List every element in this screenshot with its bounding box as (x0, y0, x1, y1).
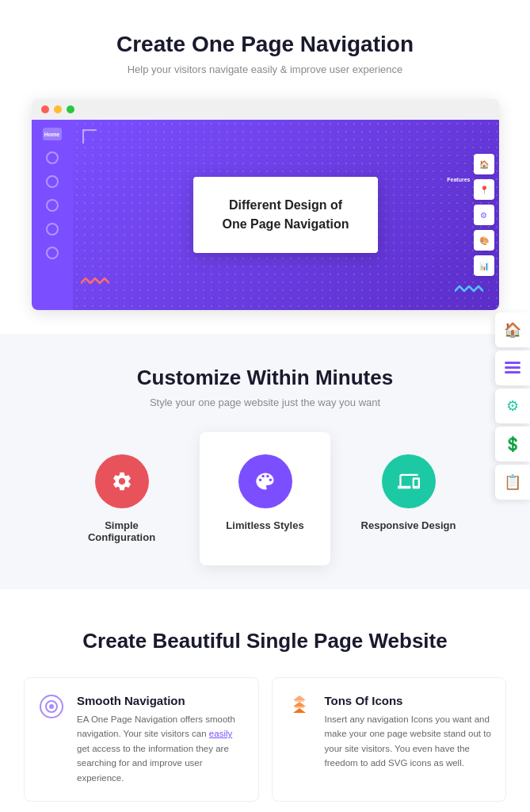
customize-subtitle: Style your one page website just the way… (24, 396, 506, 408)
svg-point-5 (49, 704, 54, 709)
home-label: Home (44, 132, 59, 137)
tons-icons-title: Tons Of Icons (325, 694, 494, 707)
svg-rect-1 (505, 366, 520, 369)
sidebar-dot-4 (46, 223, 59, 236)
smooth-nav-title: Smooth Navigation (77, 694, 246, 707)
smooth-nav-content: Smooth Navigation EA One Page Navigation… (77, 694, 246, 785)
feature-item-icons: Tons Of Icons Insert any navigation Icon… (272, 677, 507, 802)
zigzag-right (455, 283, 483, 294)
mockup-home-item: Home (43, 128, 62, 140)
svg-rect-2 (505, 371, 520, 373)
svg-rect-6 (295, 700, 304, 702)
dot-yellow (54, 105, 62, 113)
dot-green (67, 105, 74, 113)
customize-title: Customize Within Minutes (24, 366, 506, 390)
page-title: Create One Page Navigation (16, 32, 514, 57)
feature-card-responsive[interactable]: Responsive Design (343, 432, 474, 565)
fixed-nav-dollar[interactable]: 💲 (495, 427, 530, 462)
feature-label-responsive: Responsive Design (359, 519, 458, 531)
fixed-nav-doc[interactable]: 📋 (495, 465, 530, 500)
fixed-right-nav: 🏠 ⚙ 💲 📋 (495, 312, 530, 500)
feature-item-smooth: Smooth Navigation EA One Page Navigation… (24, 677, 259, 802)
feature-icon-styles (238, 454, 292, 508)
zigzag-left (81, 275, 109, 286)
features-2col-grid: Smooth Navigation EA One Page Navigation… (24, 677, 506, 812)
svg-rect-0 (505, 362, 520, 364)
sidebar-dot-2 (46, 175, 59, 188)
sidebar-dot-1 (46, 151, 59, 164)
tons-icons-icon (285, 694, 314, 724)
fixed-nav-menu[interactable] (495, 350, 530, 385)
dot-red (41, 105, 49, 113)
feature-label-config: Simple Configuration (72, 519, 171, 543)
features-grid: Simple Configuration Limitless Styles Re… (24, 432, 506, 565)
page-subtitle: Help your visitors navigate easily & imp… (16, 63, 514, 75)
mockup-nav-pin: 📍 (474, 179, 494, 200)
browser-mockup: Home (32, 99, 499, 310)
header-section: Create One Page Navigation Help your vis… (0, 0, 530, 91)
feature-icon-config (95, 454, 149, 508)
mockup-center-card: Different Design of One Page Navigation (193, 177, 377, 253)
mockup-nav-home: 🏠 (474, 154, 494, 174)
smooth-nav-desc: EA One Page Navigation offers smooth nav… (77, 712, 246, 785)
corner-bracket (82, 129, 97, 144)
beautiful-section: Create Beautiful Single Page Website Smo… (0, 589, 530, 812)
customize-section: Customize Within Minutes Style your one … (0, 334, 530, 589)
feature-icon-responsive (382, 454, 436, 508)
mockup-card-text: Different Design of One Page Navigation (222, 196, 349, 234)
mockup-main: Different Design of One Page Navigation … (73, 120, 499, 310)
beautiful-title: Create Beautiful Single Page Website (24, 629, 506, 653)
tons-icons-desc: Insert any navigation Icons you want and… (325, 712, 494, 771)
tons-icons-content: Tons Of Icons Insert any navigation Icon… (325, 694, 494, 771)
features-label: Features (447, 177, 470, 182)
feature-card-styles[interactable]: Limitless Styles (200, 432, 330, 565)
fixed-nav-home[interactable]: 🏠 (495, 312, 530, 347)
sidebar-dot-5 (46, 247, 59, 259)
mockup-nav-chart: 📊 (474, 255, 494, 276)
browser-mockup-section: Home (0, 91, 530, 334)
sidebar-dot-3 (46, 199, 59, 212)
svg-rect-7 (295, 707, 304, 708)
browser-content: Home (32, 120, 499, 310)
mockup-sidebar: Home (32, 120, 73, 310)
fixed-nav-settings[interactable]: ⚙ (495, 389, 530, 423)
mockup-nav-gear: ⚙ (474, 205, 494, 225)
mockup-nav-paint: 🎨 (474, 230, 494, 251)
browser-bar (32, 99, 499, 120)
feature-label-styles: Limitless Styles (215, 519, 315, 531)
feature-card-config[interactable]: Simple Configuration (56, 432, 187, 565)
smooth-nav-icon (37, 694, 66, 724)
mockup-right-nav: 🏠 📍 ⚙ 🎨 📊 (474, 154, 494, 276)
